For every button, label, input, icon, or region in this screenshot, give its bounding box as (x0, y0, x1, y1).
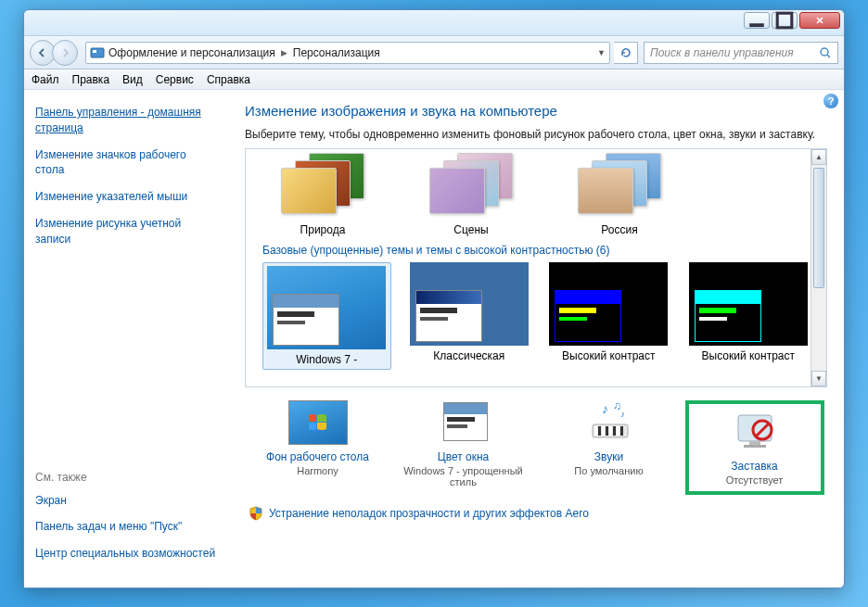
forward-button[interactable] (52, 40, 78, 66)
search-placeholder: Поиск в панели управления (650, 46, 794, 59)
action-label: Цвет окна (394, 450, 533, 463)
basic-themes-heading: Базовые (упрощенные) темы и темы с высок… (253, 236, 819, 262)
screensaver-icon (725, 410, 785, 454)
scrollbar[interactable]: ▲ ▼ (811, 149, 826, 386)
menu-edit[interactable]: Правка (72, 73, 110, 86)
troubleshoot-aero-link[interactable]: Устранение неполадок прозрачности и друг… (245, 500, 827, 521)
svg-rect-15 (606, 426, 608, 436)
breadcrumb-part2[interactable]: Персонализация (293, 46, 380, 59)
menu-bar: Файл Правка Вид Сервис Справка (24, 70, 844, 90)
search-input[interactable]: Поиск в панели управления (644, 42, 838, 64)
sidebar-link-display[interactable]: Экран (35, 493, 217, 509)
breadcrumb-part1[interactable]: Оформление и персонализация (108, 46, 275, 59)
breadcrumb[interactable]: Оформление и персонализация ▶ Персонализ… (85, 42, 610, 64)
svg-line-7 (827, 55, 830, 57)
sidebar-home-link[interactable]: Панель управления - домашняя страница (35, 105, 217, 136)
menu-view[interactable]: Вид (122, 73, 143, 86)
svg-rect-17 (613, 426, 616, 436)
sidebar-link-mouse-pointers[interactable]: Изменение указателей мыши (35, 189, 217, 205)
theme-nature[interactable]: Природа (262, 153, 383, 236)
svg-rect-21 (749, 441, 760, 445)
action-label: Звуки (540, 450, 679, 463)
menu-service[interactable]: Сервис (156, 73, 194, 86)
action-screensaver[interactable]: Заставка Отсутствует (685, 400, 824, 495)
shield-icon (249, 506, 263, 521)
action-label: Фон рабочего стола (249, 450, 388, 463)
action-value: Отсутствует (693, 474, 817, 486)
action-label: Заставка (693, 460, 817, 473)
search-icon (819, 46, 832, 59)
sidebar-link-accessibility[interactable]: Центр специальных возможностей (35, 546, 217, 562)
svg-rect-14 (602, 426, 605, 436)
control-panel-window: Оформление и персонализация ▶ Персонализ… (23, 9, 845, 588)
theme-russia[interactable]: Россия (559, 153, 680, 236)
svg-text:♪: ♪ (620, 409, 625, 419)
window-color-icon (434, 400, 493, 445)
scroll-down-button[interactable]: ▼ (811, 371, 826, 386)
sidebar: Панель управления - домашняя страница Из… (24, 90, 228, 588)
sidebar-link-account-picture[interactable]: Изменение рисунка учетной записи (35, 216, 217, 247)
theme-high-contrast-2[interactable]: Высокий контраст (687, 262, 811, 370)
refresh-button[interactable] (614, 42, 638, 64)
actions-row: Фон рабочего стола Harmony Цвет окна Win… (245, 387, 827, 500)
theme-win7-basic[interactable]: Windows 7 - (262, 262, 391, 370)
theme-label: Природа (262, 223, 383, 236)
scroll-thumb[interactable] (813, 168, 824, 288)
theme-label: Высокий контраст (687, 349, 811, 362)
action-value: По умолчанию (540, 465, 679, 476)
theme-label: Высокий контраст (547, 349, 670, 362)
scroll-up-button[interactable]: ▲ (811, 149, 826, 165)
svg-rect-19 (620, 426, 623, 436)
theme-label: Сцены (411, 223, 531, 236)
maximize-button[interactable] (772, 12, 798, 29)
body: Панель управления - домашняя страница Из… (24, 90, 844, 588)
svg-rect-12 (594, 426, 597, 436)
action-window-color[interactable]: Цвет окна Windows 7 - упрощенный стиль (394, 400, 533, 495)
svg-text:♪: ♪ (602, 401, 608, 416)
action-value: Harmony (249, 465, 388, 476)
desktop-background-icon (288, 400, 348, 445)
troubleshoot-label: Устранение неполадок прозрачности и друг… (269, 507, 589, 520)
svg-rect-16 (609, 426, 612, 436)
svg-rect-22 (744, 445, 766, 448)
nav-bar: Оформление и персонализация ▶ Персонализ… (24, 36, 844, 70)
svg-rect-18 (617, 426, 619, 436)
window-titlebar (24, 10, 844, 36)
theme-label: Классическая (408, 349, 531, 362)
page-subtitle: Выберите тему, чтобы одновременно измени… (245, 128, 827, 141)
sidebar-link-taskbar[interactable]: Панель задач и меню "Пуск" (35, 519, 217, 535)
close-button[interactable] (799, 12, 840, 29)
theme-classic[interactable]: Классическая (408, 262, 531, 370)
sidebar-link-desktop-icons[interactable]: Изменение значков рабочего стола (35, 147, 217, 179)
theme-scenes[interactable]: Сцены (411, 153, 531, 236)
theme-label: Россия (559, 223, 680, 236)
main-content: ? Изменение изображения и звука на компь… (228, 90, 844, 588)
chevron-down-icon[interactable]: ▼ (597, 48, 606, 57)
svg-point-6 (821, 48, 828, 56)
svg-rect-5 (93, 50, 96, 53)
menu-help[interactable]: Справка (207, 73, 250, 86)
action-sounds[interactable]: ♪♫♪ Звуки По умолчанию (540, 400, 679, 495)
theme-high-contrast-1[interactable]: Высокий контраст (547, 262, 670, 370)
minimize-button[interactable] (744, 12, 770, 29)
menu-file[interactable]: Файл (32, 73, 59, 86)
action-desktop-background[interactable]: Фон рабочего стола Harmony (249, 400, 388, 495)
action-value: Windows 7 - упрощенный стиль (394, 465, 533, 487)
chevron-right-icon: ▶ (281, 48, 287, 57)
svg-rect-1 (777, 13, 792, 28)
sidebar-see-also-heading: См. также (35, 471, 217, 484)
help-icon[interactable]: ? (823, 94, 838, 108)
theme-label: Windows 7 - (266, 353, 388, 366)
appearance-icon (90, 45, 105, 60)
svg-rect-13 (598, 426, 601, 436)
sounds-icon: ♪♫♪ (580, 400, 639, 445)
theme-list: Природа Сцены (245, 148, 827, 387)
page-title: Изменение изображения и звука на компьют… (245, 103, 827, 119)
